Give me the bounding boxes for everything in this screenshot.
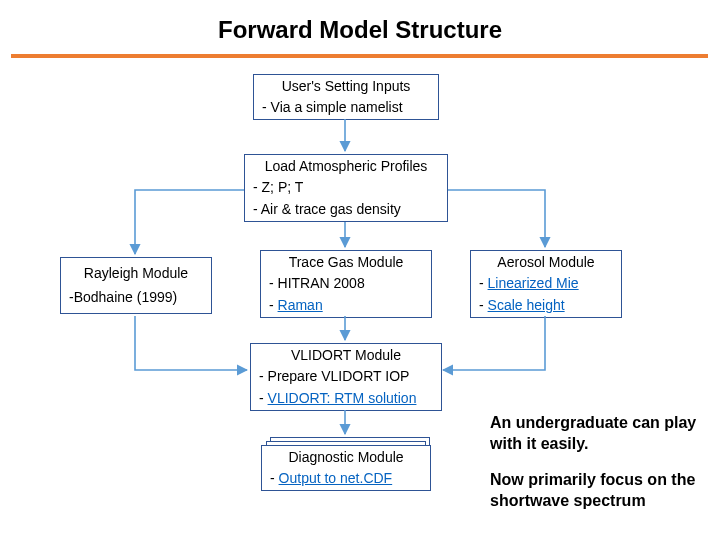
link-vlidort-rtm[interactable]: VLIDORT: RTM solution	[268, 390, 417, 406]
node-aerosol-header: Aerosol Module	[471, 251, 621, 273]
node-profiles: Load Atmospheric Profiles - Z; P; T - Ai…	[244, 154, 448, 222]
node-vlidort-row: - VLIDORT: RTM solution	[251, 388, 441, 410]
node-tracegas-row: - HITRAN 2008	[261, 273, 431, 295]
node-tracegas-header: Trace Gas Module	[261, 251, 431, 273]
link-raman[interactable]: Raman	[278, 297, 323, 313]
page-title: Forward Model Structure	[0, 16, 720, 44]
node-aerosol: Aerosol Module - Linearized Mie - Scale …	[470, 250, 622, 318]
node-tracegas-row: - Raman	[261, 295, 431, 317]
link-scaleheight[interactable]: Scale height	[488, 297, 565, 313]
node-diag: Diagnostic Module - Output to net.CDF	[261, 445, 431, 491]
node-rayleigh: Rayleigh Module -Bodhaine (1999)	[60, 257, 212, 314]
node-tracegas: Trace Gas Module - HITRAN 2008 - Raman	[260, 250, 432, 318]
node-rayleigh-header: Rayleigh Module	[61, 258, 211, 287]
node-vlidort-header: VLIDORT Module	[251, 344, 441, 366]
node-profiles-header: Load Atmospheric Profiles	[245, 155, 447, 177]
node-profiles-row: - Air & trace gas density	[245, 199, 447, 221]
node-inputs-row: - Via a simple namelist	[254, 97, 438, 119]
node-vlidort-row: - Prepare VLIDORT IOP	[251, 366, 441, 388]
annotation-shortwave: Now primarily focus on the shortwave spe…	[490, 470, 705, 512]
node-inputs-header: User's Setting Inputs	[254, 75, 438, 97]
node-diag-header: Diagnostic Module	[262, 446, 430, 468]
link-netcdf[interactable]: Output to net.CDF	[279, 470, 393, 486]
annotation-easy: An undergraduate can play with it easily…	[490, 413, 705, 455]
node-diag-row: - Output to net.CDF	[262, 468, 430, 490]
node-rayleigh-row: -Bodhaine (1999)	[61, 287, 211, 313]
node-inputs: User's Setting Inputs - Via a simple nam…	[253, 74, 439, 120]
slide: Forward Model Structure User's Setting I…	[0, 0, 720, 540]
node-aerosol-row: - Scale height	[471, 295, 621, 317]
title-rule	[11, 54, 708, 58]
node-aerosol-row: - Linearized Mie	[471, 273, 621, 295]
node-profiles-row: - Z; P; T	[245, 177, 447, 199]
node-vlidort: VLIDORT Module - Prepare VLIDORT IOP - V…	[250, 343, 442, 411]
link-linmie[interactable]: Linearized Mie	[488, 275, 579, 291]
